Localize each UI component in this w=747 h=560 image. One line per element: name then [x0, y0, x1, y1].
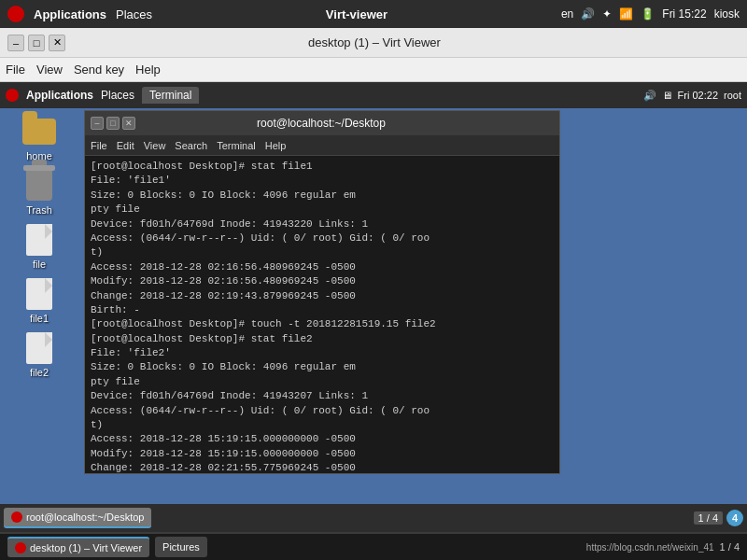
desktop-icon-file1-label: file1 — [30, 313, 49, 324]
inner-terminal-tab[interactable]: Terminal — [142, 87, 199, 104]
os-applications-menu[interactable]: Applications — [34, 7, 106, 21]
os-bottombar-virt-label: desktop (1) – Virt Viewer — [30, 542, 142, 553]
terminal-line: Modify: 2018-12-28 15:19:15.000000000 -0… — [91, 447, 554, 461]
os-logo-icon — [7, 6, 24, 22]
terminal-line: Access: (0644/-rw-r--r--) Uid: ( 0/ root… — [91, 231, 554, 245]
taskbar-page-indicator: 1 / 4 — [694, 511, 723, 525]
trash-icon — [22, 169, 56, 203]
os-bluetooth-icon[interactable]: ✦ — [602, 7, 612, 21]
terminal-line: t) — [91, 418, 554, 432]
terminal-minimize-button[interactable]: – — [91, 117, 104, 130]
virt-title: desktop (1) – Virt Viewer — [65, 35, 684, 49]
terminal-line: [root@localhost Desktop]# touch -t 20181… — [91, 317, 554, 331]
desktop-icon-file1[interactable]: file1 — [11, 277, 67, 324]
taskbar-terminal-item[interactable]: root@localhost:~/Desktop — [4, 508, 151, 528]
terminal-menu-file[interactable]: File — [91, 140, 107, 151]
terminal-menubar: File Edit View Search Terminal Help — [85, 135, 559, 156]
desktop-icon-file[interactable]: file — [11, 223, 67, 270]
inner-volume-icon[interactable]: 🔊 — [643, 90, 656, 102]
terminal-content-area[interactable]: [root@localhost Desktop]# stat file1 Fil… — [85, 156, 559, 473]
terminal-menu-view[interactable]: View — [144, 140, 166, 151]
terminal-line: Change: 2018-12-28 02:21:55.775969245 -0… — [91, 461, 554, 473]
os-bottombar-virt-viewer[interactable]: desktop (1) – Virt Viewer — [7, 537, 149, 557]
taskbar-page-badge: 4 — [726, 510, 743, 526]
inner-user[interactable]: root — [724, 90, 741, 101]
desktop-icon-file-label: file — [33, 259, 46, 270]
inner-applications-menu[interactable]: Applications — [26, 89, 93, 102]
os-bottombar-page: 1 / 4 — [720, 541, 740, 553]
os-wifi-icon[interactable]: 📶 — [619, 7, 633, 21]
terminal-line: Modify: 2018-12-28 02:16:56.480969245 -0… — [91, 274, 554, 288]
virt-menu-help[interactable]: Help — [135, 63, 161, 77]
terminal-close-button[interactable]: ✕ — [122, 117, 135, 130]
desktop-icon-home[interactable]: home — [11, 115, 67, 161]
terminal-line: Device: fd01h/64769d Inode: 41943220 Lin… — [91, 217, 554, 231]
terminal-line: Access: 2018-12-28 02:16:56.480969245 -0… — [91, 260, 554, 274]
inner-time: Fri 02:22 — [678, 90, 718, 101]
virt-viewer-window: – □ ✕ desktop (1) – Virt Viewer File Vie… — [0, 28, 747, 532]
terminal-maximize-button[interactable]: □ — [106, 117, 120, 130]
os-places-menu[interactable]: Places — [116, 7, 152, 21]
inner-places-menu[interactable]: Places — [101, 89, 134, 102]
inner-appbar-right: 🔊 🖥 Fri 02:22 root — [643, 90, 741, 102]
virt-menu-send-key[interactable]: Send key — [74, 63, 124, 77]
inner-appbar: Applications Places Terminal 🔊 🖥 Fri 02:… — [0, 82, 747, 108]
terminal-line: File: 'file2' — [91, 346, 554, 360]
os-bottombar: desktop (1) – Virt Viewer Pictures https… — [0, 534, 747, 560]
desktop-icon-trash-label: Trash — [26, 204, 52, 216]
virt-minimize-button[interactable]: – — [7, 35, 24, 51]
terminal-line: Change: 2018-12-28 02:19:43.879969245 -0… — [91, 289, 554, 303]
desktop-icon-file2-label: file2 — [30, 367, 49, 378]
taskbar-terminal-logo — [11, 511, 22, 523]
virt-titlebar: – □ ✕ desktop (1) – Virt Viewer — [0, 28, 747, 58]
os-battery-icon[interactable]: 🔋 — [641, 7, 655, 21]
inner-taskbar: root@localhost:~/Desktop 1 / 4 4 — [0, 504, 747, 532]
terminal-line: [root@localhost Desktop]# stat file2 — [91, 332, 554, 346]
terminal-line: File: 'file1' — [91, 174, 554, 188]
terminal-line: Size: 0 Blocks: 0 IO Block: 4096 regular… — [91, 360, 554, 374]
terminal-line: pty file — [91, 203, 554, 217]
desktop-area: Applications Places Terminal 🔊 🖥 Fri 02:… — [0, 82, 747, 532]
virt-close-button[interactable]: ✕ — [49, 35, 65, 51]
terminal-line: Birth: - — [91, 303, 554, 317]
os-bottombar-virt-logo — [15, 542, 26, 553]
terminal-line: Access: 2018-12-28 15:19:15.000000000 -0… — [91, 432, 554, 446]
os-time: Fri 15:22 — [662, 7, 706, 21]
terminal-menu-search[interactable]: Search — [175, 140, 207, 151]
os-lang[interactable]: en — [561, 7, 573, 21]
terminal-menu-edit[interactable]: Edit — [117, 140, 134, 151]
virt-menu-view[interactable]: View — [36, 63, 63, 77]
os-user[interactable]: kiosk — [714, 7, 740, 21]
terminal-line: Device: fd01h/64769d Inode: 41943207 Lin… — [91, 389, 554, 403]
terminal-line: t) — [91, 245, 554, 259]
virt-menu-file[interactable]: File — [6, 63, 25, 77]
terminal-line: Size: 0 Blocks: 0 IO Block: 4096 regular… — [91, 189, 554, 203]
taskbar-terminal-label: root@localhost:~/Desktop — [26, 511, 144, 523]
desktop-icons: home Trash file file1 — [11, 115, 67, 378]
desktop-icon-trash[interactable]: Trash — [11, 169, 67, 216]
os-bottombar-pictures-label: Pictures — [162, 541, 200, 553]
inner-network-icon[interactable]: 🖥 — [662, 90, 672, 101]
file-icon — [22, 223, 56, 257]
virt-win-controls: – □ ✕ — [7, 35, 65, 51]
terminal-line: pty file — [91, 375, 554, 389]
os-topbar-right: en 🔊 ✦ 📶 🔋 Fri 15:22 kiosk — [561, 7, 740, 21]
os-bottombar-url: https://blog.csdn.net/weixin_41 — [586, 542, 714, 553]
file1-icon — [22, 277, 56, 311]
terminal-window: – □ ✕ root@localhost:~/Desktop File Edit… — [84, 110, 560, 474]
desktop-icon-file2[interactable]: file2 — [11, 331, 67, 378]
inner-os-logo-icon — [6, 89, 19, 102]
terminal-titlebar: – □ ✕ root@localhost:~/Desktop — [85, 111, 559, 135]
terminal-menu-help[interactable]: Help — [265, 140, 287, 151]
virt-maximize-button[interactable]: □ — [28, 35, 45, 51]
file2-icon — [22, 331, 56, 365]
os-window-title: Virt-viewer — [162, 7, 552, 21]
os-volume-icon[interactable]: 🔊 — [581, 7, 595, 21]
os-topbar: Applications Places Virt-viewer en 🔊 ✦ 📶… — [0, 0, 747, 28]
terminal-win-controls: – □ ✕ — [91, 117, 135, 130]
terminal-title: root@localhost:~/Desktop — [135, 117, 507, 130]
terminal-line: Access: (0644/-rw-r--r--) Uid: ( 0/ root… — [91, 404, 554, 418]
terminal-menu-terminal[interactable]: Terminal — [217, 140, 256, 151]
home-folder-icon — [22, 115, 56, 148]
os-bottombar-pictures[interactable]: Pictures — [155, 537, 207, 557]
